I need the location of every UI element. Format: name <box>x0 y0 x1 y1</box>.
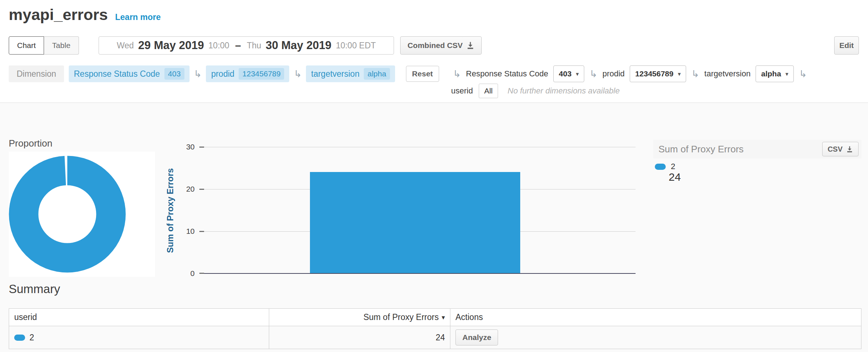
tick-mark <box>199 231 204 232</box>
date-start-time: 10:00 <box>208 41 230 51</box>
breadcrumb-value: 403 <box>164 68 184 80</box>
analytics-dashboard: myapi_errors Learn more Chart Table Wed … <box>0 0 868 352</box>
table-header-row: userid Sum of Proxy Errors ▾ Actions <box>9 309 861 326</box>
combined-csv-button[interactable]: Combined CSV <box>400 36 482 55</box>
breadcrumb-name: prodid <box>211 69 234 79</box>
proportion-donut-chart <box>9 152 155 277</box>
drilldown-arrow-icon: ↳ <box>194 69 202 79</box>
drilldown-name-userid: userid <box>451 86 473 96</box>
dimension-bar: Dimension Response Status Code 403 ↳ pro… <box>0 65 868 82</box>
select-value: 123456789 <box>635 69 673 78</box>
proportion-label: Proportion <box>9 138 52 149</box>
cell-userid: 2 <box>9 326 269 349</box>
drilldown-arrow-icon: ↳ <box>294 69 302 79</box>
column-header-actions: Actions <box>450 309 861 326</box>
column-header-sum-of-proxy-errors[interactable]: Sum of Proxy Errors ▾ <box>269 309 450 326</box>
userid-value: 2 <box>29 333 34 343</box>
breadcrumb-value: 123456789 <box>239 68 284 80</box>
drilldown-controls: ↳ Response Status Code 403 ▾ ↳ prodid 12… <box>453 65 807 82</box>
breadcrumb-name: targetversion <box>311 69 359 79</box>
table-toggle-button[interactable]: Table <box>44 36 79 55</box>
drilldown-name-targetversion: targetversion <box>704 69 750 79</box>
combined-csv-label: Combined CSV <box>407 41 463 50</box>
toolbar: Chart Table Wed 29 May 2019 10:00 – Thu … <box>0 36 868 55</box>
breadcrumb-targetversion[interactable]: targetversion alpha <box>306 65 395 82</box>
y-tick-label: 20 <box>166 184 195 194</box>
cell-sum-of-proxy-errors: 24 <box>269 326 450 349</box>
y-tick-label: 30 <box>166 142 195 152</box>
tick-mark <box>199 189 204 190</box>
gridline <box>199 147 636 147</box>
page-title: myapi_errors <box>9 6 108 24</box>
cell-actions: Analyze <box>450 326 861 349</box>
date-end-day: Thu <box>247 41 262 51</box>
tick-mark <box>199 147 204 148</box>
summary-table: userid Sum of Proxy Errors ▾ Actions 2 2… <box>9 308 861 349</box>
caret-down-icon: ▾ <box>785 71 788 77</box>
column-header-userid: userid <box>9 309 269 326</box>
download-icon <box>846 146 853 153</box>
date-range-separator: – <box>234 40 242 52</box>
legend-item[interactable]: 2 <box>655 162 675 171</box>
donut-ring <box>24 171 111 258</box>
breadcrumb-value: alpha <box>364 68 390 80</box>
date-start-day: Wed <box>117 41 134 51</box>
legend-header: Sum of Proxy Errors CSV <box>653 140 861 159</box>
drilldown-arrow-icon: ↳ <box>799 69 807 79</box>
row-swatch <box>14 335 25 341</box>
caret-down-icon: ▾ <box>576 71 579 77</box>
y-tick-label: 10 <box>166 227 195 236</box>
drilldown-name-prodid: prodid <box>602 69 625 79</box>
legend-title: Sum of Proxy Errors <box>658 144 744 155</box>
bar-series <box>310 172 520 273</box>
drilldown-arrow-icon: ↳ <box>453 69 461 79</box>
dimension-breadcrumbs: Response Status Code 403 ↳ prodid 123456… <box>69 65 439 82</box>
drilldown-name-response-status-code: Response Status Code <box>466 69 548 79</box>
csv-label: CSV <box>828 145 843 153</box>
sort-down-icon[interactable]: ▾ <box>442 313 445 321</box>
legend-swatch <box>655 164 666 170</box>
download-icon <box>466 41 474 49</box>
select-value: alpha <box>761 69 781 78</box>
breadcrumb-prodid[interactable]: prodid 123456789 <box>206 65 289 82</box>
date-start-date: 29 May 2019 <box>138 39 204 52</box>
legend-item-label: 2 <box>671 162 675 171</box>
date-end-date: 30 May 2019 <box>266 39 331 52</box>
prodid-select[interactable]: 123456789 ▾ <box>630 65 686 82</box>
analyze-button[interactable]: Analyze <box>455 329 498 345</box>
view-toggle-group: Chart Table <box>9 36 79 55</box>
learn-more-link[interactable]: Learn more <box>115 12 161 22</box>
dimension-label: Dimension <box>9 65 64 82</box>
drilldown-arrow-icon: ↳ <box>589 69 597 79</box>
header: myapi_errors Learn more <box>9 6 161 24</box>
y-axis-title: Sum of Proxy Errors <box>165 168 175 253</box>
response-status-code-select[interactable]: 403 ▾ <box>553 65 584 82</box>
no-further-dimensions-text: No further dimensions available <box>507 86 620 96</box>
breadcrumb-name: Response Status Code <box>74 69 160 79</box>
reset-button[interactable]: Reset <box>406 66 439 82</box>
edit-button[interactable]: Edit <box>834 36 859 55</box>
summary-title: Summary <box>9 282 60 296</box>
targetversion-select[interactable]: alpha ▾ <box>756 65 794 82</box>
userid-all-button[interactable]: All <box>479 84 498 98</box>
caret-down-icon: ▾ <box>678 71 681 77</box>
tick-mark <box>199 273 204 274</box>
csv-button[interactable]: CSV <box>822 142 859 156</box>
table-row: 2 24 Analyze <box>9 326 861 349</box>
date-range-picker[interactable]: Wed 29 May 2019 10:00 – Thu 30 May 2019 … <box>99 36 394 55</box>
drilldown-arrow-icon: ↳ <box>691 69 699 79</box>
select-value: 403 <box>559 69 572 78</box>
bar-chart-plot <box>199 147 636 274</box>
drilldown-userid-row: userid All No further dimensions availab… <box>451 83 620 99</box>
date-end-time: 10:00 EDT <box>336 41 376 51</box>
column-header-label: Sum of Proxy Errors <box>363 312 439 322</box>
y-tick-label: 0 <box>166 269 195 278</box>
chart-toggle-button[interactable]: Chart <box>9 36 44 55</box>
breadcrumb-response-status-code[interactable]: Response Status Code 403 <box>69 65 190 82</box>
donut-svg <box>9 152 155 277</box>
x-axis-line <box>199 273 636 274</box>
legend-item-value: 24 <box>669 171 681 183</box>
